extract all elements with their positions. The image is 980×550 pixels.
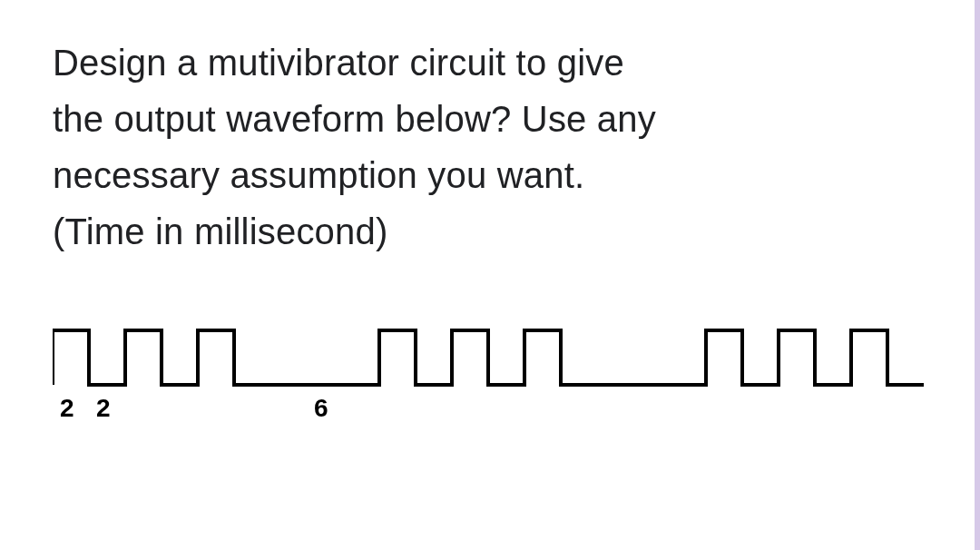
question-line-4: (Time in millisecond) (53, 203, 926, 260)
label-low-duration: 2 (96, 394, 111, 423)
question-line-2: the output waveform below? Use any (53, 91, 926, 147)
label-high-duration: 2 (60, 394, 74, 423)
waveform-diagram: 2 2 6 (53, 321, 926, 439)
question-line-3: necessary assumption you want. (53, 147, 926, 203)
question-text: Design a mutivibrator circuit to give th… (53, 34, 926, 260)
waveform-svg (53, 321, 942, 394)
label-gap-duration: 6 (314, 394, 328, 423)
right-border-accent (975, 0, 980, 550)
question-line-1: Design a mutivibrator circuit to give (53, 34, 926, 91)
question-block: Design a mutivibrator circuit to give th… (0, 0, 980, 439)
